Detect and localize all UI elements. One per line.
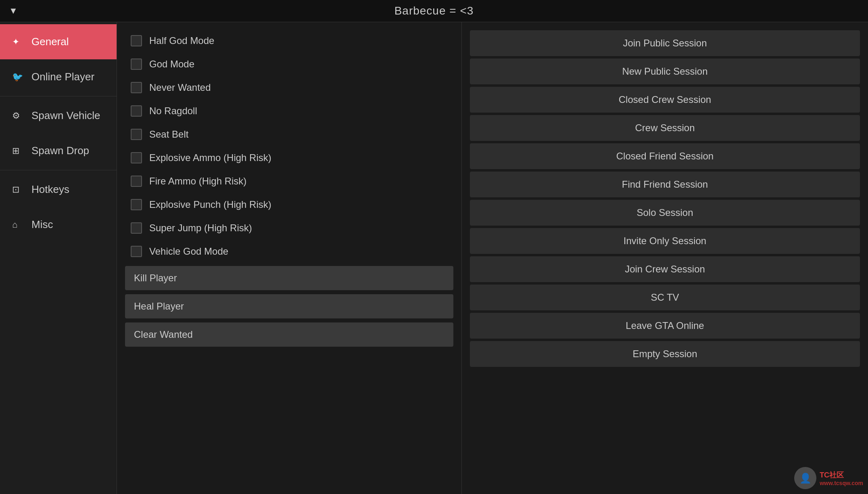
session-button-sc-tv[interactable]: SC TV: [470, 285, 860, 310]
session-button-empty-session[interactable]: Empty Session: [470, 341, 860, 367]
session-button-find-friend-session[interactable]: Find Friend Session: [470, 172, 860, 197]
toggle-row[interactable]: God Mode: [125, 54, 453, 75]
toggle-label: Super Jump (High Risk): [149, 222, 252, 234]
sidebar-item-hotkeys[interactable]: ⊡Hotkeys: [0, 172, 117, 207]
sidebar-divider: [0, 96, 117, 96]
sidebar-item-label-general: General: [31, 36, 69, 48]
session-button-new-public-session[interactable]: New Public Session: [470, 59, 860, 84]
toggle-checkbox[interactable]: [131, 176, 142, 187]
session-button-solo-session[interactable]: Solo Session: [470, 200, 860, 226]
toggle-checkbox[interactable]: [131, 35, 142, 46]
session-button-closed-crew-session[interactable]: Closed Crew Session: [470, 87, 860, 113]
sidebar-item-spawn-vehicle[interactable]: ⚙Spawn Vehicle: [0, 98, 117, 133]
app-title: Barbecue = <3: [394, 4, 474, 17]
toggle-row[interactable]: Half God Mode: [125, 30, 453, 51]
left-panel: Half God ModeGod ModeNever WantedNo Ragd…: [117, 22, 462, 494]
toggle-row[interactable]: Fire Ammo (High Risk): [125, 171, 453, 192]
sidebar-item-online-player[interactable]: 🐦Online Player: [0, 59, 117, 94]
sidebar-item-label-hotkeys: Hotkeys: [31, 183, 69, 196]
sidebar-item-misc[interactable]: ⌂Misc: [0, 207, 117, 242]
gear-icon: ✦: [12, 37, 24, 47]
sidebar-item-label-spawn-drop: Spawn Drop: [31, 144, 89, 157]
toggle-label: God Mode: [149, 59, 194, 70]
box-icon: ⊞: [12, 146, 24, 156]
sidebar: ✦General🐦Online Player⚙Spawn Vehicle⊞Spa…: [0, 22, 117, 494]
hotkeys-icon: ⊡: [12, 184, 24, 195]
sidebar-item-label-online-player: Online Player: [31, 71, 94, 83]
toggle-label: No Ragdoll: [149, 105, 197, 117]
toggle-checkbox[interactable]: [131, 105, 142, 117]
toggle-row[interactable]: Super Jump (High Risk): [125, 218, 453, 239]
toggle-checkbox[interactable]: [131, 199, 142, 210]
toggle-checkbox[interactable]: [131, 222, 142, 234]
main-container: ✦General🐦Online Player⚙Spawn Vehicle⊞Spa…: [0, 22, 868, 494]
toggle-checkbox[interactable]: [131, 152, 142, 163]
toggle-checkbox[interactable]: [131, 246, 142, 257]
watermark-site: TC社区: [820, 470, 863, 480]
toggle-row[interactable]: Seat Belt: [125, 124, 453, 145]
toggle-checkbox[interactable]: [131, 59, 142, 70]
toggle-label: Vehicle God Mode: [149, 246, 228, 257]
sidebar-divider: [0, 170, 117, 170]
toggle-row[interactable]: No Ragdoll: [125, 100, 453, 121]
action-button-kill-player[interactable]: Kill Player: [125, 266, 453, 290]
toggle-checkbox[interactable]: [131, 82, 142, 93]
session-button-invite-only-session[interactable]: Invite Only Session: [470, 228, 860, 254]
toggle-label: Seat Belt: [149, 129, 188, 140]
action-button-clear-wanted[interactable]: Clear Wanted: [125, 322, 453, 347]
action-button-heal-player[interactable]: Heal Player: [125, 294, 453, 318]
toggle-row[interactable]: Explosive Ammo (High Risk): [125, 147, 453, 168]
right-panel: Join Public SessionNew Public SessionClo…: [462, 22, 868, 494]
top-bar: ▼ Barbecue = <3: [0, 0, 868, 22]
session-button-crew-session[interactable]: Crew Session: [470, 115, 860, 141]
sidebar-item-label-spawn-vehicle: Spawn Vehicle: [31, 109, 100, 122]
content-area: Half God ModeGod ModeNever WantedNo Ragd…: [117, 22, 868, 494]
toggle-row[interactable]: Never Wanted: [125, 77, 453, 98]
sidebar-item-spawn-drop[interactable]: ⊞Spawn Drop: [0, 133, 117, 168]
session-button-leave-gta-online[interactable]: Leave GTA Online: [470, 313, 860, 339]
watermark-avatar: 👤: [794, 467, 816, 489]
toggle-row[interactable]: Explosive Punch (High Risk): [125, 194, 453, 215]
toggle-label: Explosive Punch (High Risk): [149, 199, 271, 210]
watermark: 👤 TC社区 www.tcsqw.com: [794, 467, 863, 489]
toggle-row[interactable]: Vehicle God Mode: [125, 241, 453, 262]
toggle-label: Explosive Ammo (High Risk): [149, 152, 271, 163]
toggle-checkbox[interactable]: [131, 129, 142, 140]
session-button-join-public-session[interactable]: Join Public Session: [470, 30, 860, 56]
toggle-label: Never Wanted: [149, 82, 211, 93]
sidebar-item-label-misc: Misc: [31, 218, 53, 231]
toggle-label: Half God Mode: [149, 35, 214, 46]
misc-icon: ⌂: [12, 220, 24, 230]
session-button-join-crew-session[interactable]: Join Crew Session: [470, 256, 860, 282]
sidebar-item-general[interactable]: ✦General: [0, 24, 117, 59]
toggle-label: Fire Ammo (High Risk): [149, 176, 246, 187]
watermark-url: www.tcsqw.com: [820, 480, 863, 486]
bird-icon: 🐦: [12, 72, 24, 82]
gear-icon: ⚙: [12, 111, 24, 121]
menu-arrow-icon[interactable]: ▼: [9, 6, 18, 16]
session-button-closed-friend-session[interactable]: Closed Friend Session: [470, 143, 860, 169]
